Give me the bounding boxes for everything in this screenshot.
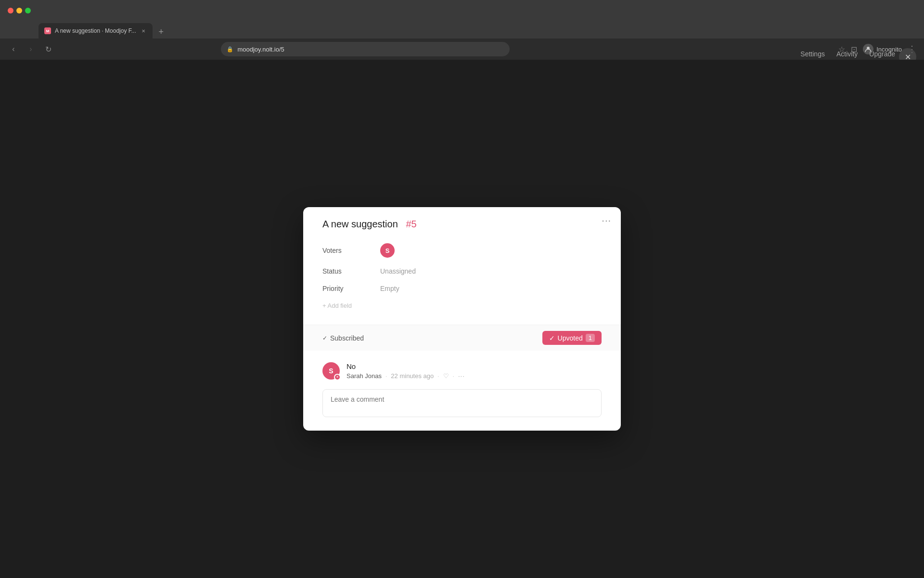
url-text: moodjoy.nolt.io/5 (237, 46, 284, 53)
address-bar: ‹ › ↻ 🔒 moodjoy.nolt.io/5 ☆ ⊡ Incognito … (0, 39, 924, 60)
comment-item: S + No Sarah Jonas · 22 minutes ago · ♡ … (322, 362, 602, 380)
voters-label: Voters (322, 247, 380, 254)
priority-row: Priority Empty (322, 285, 602, 292)
header-nav: Settings Activity Upgrade (800, 50, 895, 58)
tab-bar: M A new suggestion · Moodjoy F... ✕ + (0, 21, 924, 39)
upvote-check-icon: ✓ (549, 334, 555, 342)
modal-title: A new suggestion #5 (322, 219, 602, 230)
badge-plus-icon: + (336, 375, 339, 379)
priority-label: Priority (322, 285, 380, 292)
back-button[interactable]: ‹ (8, 43, 19, 55)
tab-title: A new suggestion · Moodjoy F... (55, 27, 136, 34)
active-tab[interactable]: M A new suggestion · Moodjoy F... ✕ (38, 23, 153, 39)
modal-menu-button[interactable]: ··· (602, 215, 611, 226)
comment-content: No Sarah Jonas · 22 minutes ago · ♡ · ··… (346, 362, 602, 380)
comment-more-button[interactable]: ··· (458, 372, 465, 380)
status-value[interactable]: Unassigned (380, 267, 416, 275)
forward-button[interactable]: › (25, 43, 37, 55)
traffic-lights (8, 8, 31, 13)
comment-avatar-badge: + (334, 374, 341, 381)
subscribed-button[interactable]: ✓ Subscribed (322, 334, 364, 342)
upvoted-label: Upvoted (558, 334, 583, 342)
priority-value[interactable]: Empty (380, 285, 399, 292)
fullscreen-traffic-light[interactable] (25, 8, 31, 13)
comment-avatar: S + (322, 362, 340, 380)
comment-author-initial: S (329, 367, 333, 375)
comment-meta: Sarah Jonas · 22 minutes ago · ♡ · ··· (346, 372, 602, 380)
url-bar[interactable]: 🔒 moodjoy.nolt.io/5 (221, 42, 510, 56)
minimize-traffic-light[interactable] (16, 8, 22, 13)
subscribed-check-icon: ✓ (322, 335, 327, 342)
activity-link[interactable]: Activity (836, 50, 858, 58)
suggestion-modal: ··· A new suggestion #5 Voters S Status … (303, 207, 621, 431)
add-field-button[interactable]: + Add field (322, 302, 602, 309)
voter-initial: S (385, 247, 390, 254)
status-label: Status (322, 267, 380, 275)
upgrade-link[interactable]: Upgrade (869, 50, 895, 58)
modal-title-text: A new suggestion (322, 219, 398, 229)
page-content: ··· A new suggestion #5 Voters S Status … (0, 60, 924, 578)
modal-footer: ✓ Subscribed ✓ Upvoted 1 (303, 325, 621, 351)
refresh-button[interactable]: ↻ (42, 43, 54, 55)
modal-body: ··· A new suggestion #5 Voters S Status … (303, 207, 621, 325)
modal-comments: S + No Sarah Jonas · 22 minutes ago · ♡ … (303, 351, 621, 431)
upvote-button[interactable]: ✓ Upvoted 1 (542, 331, 602, 345)
status-row: Status Unassigned (322, 267, 602, 275)
upvote-count: 1 (586, 334, 595, 342)
comment-separator-1: · (385, 373, 387, 380)
modal-title-id: #5 (406, 219, 416, 229)
voter-avatar[interactable]: S (380, 243, 395, 258)
comment-separator-3: · (453, 373, 454, 380)
tab-favicon: M (44, 27, 51, 34)
comment-like-button[interactable]: ♡ (443, 372, 449, 380)
settings-link[interactable]: Settings (800, 50, 825, 58)
comment-time: 22 minutes ago (391, 372, 434, 380)
comment-separator-2: · (437, 373, 439, 380)
lock-icon: 🔒 (227, 46, 233, 53)
comment-text: No (346, 362, 602, 370)
comment-input[interactable] (322, 389, 602, 417)
voters-row: Voters S (322, 243, 602, 258)
new-tab-button[interactable]: + (154, 25, 168, 39)
subscribed-label: Subscribed (330, 334, 364, 342)
comment-author: Sarah Jonas (346, 372, 382, 380)
close-traffic-light[interactable] (8, 8, 13, 13)
tab-close-button[interactable]: ✕ (140, 27, 147, 34)
